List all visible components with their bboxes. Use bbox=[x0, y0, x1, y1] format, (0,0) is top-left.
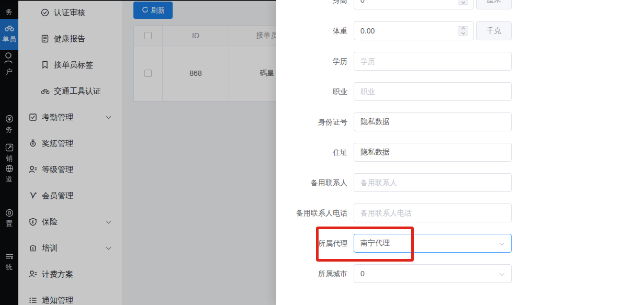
detail-drawer: 身高 厘米 体重 千克 学历 职业 bbox=[276, 0, 644, 305]
number-stepper[interactable] bbox=[458, 0, 468, 5]
chevron-down-icon bbox=[500, 271, 505, 276]
field-label: 所属城市 bbox=[276, 264, 354, 283]
alt-contact-phone-input-field[interactable] bbox=[354, 204, 511, 222]
field-label: 职业 bbox=[276, 82, 354, 101]
step-down-icon[interactable] bbox=[461, 0, 465, 4]
form-row-occupation: 职业 bbox=[276, 82, 527, 101]
weight-input-field[interactable] bbox=[354, 22, 473, 40]
top-edge-strip bbox=[0, 0, 276, 1]
app-window: 务 单员 户 务 销 道 置 统 bbox=[0, 0, 644, 305]
city-select[interactable]: 0 bbox=[354, 264, 512, 283]
occupation-input[interactable] bbox=[354, 82, 512, 101]
field-label: 体重 bbox=[276, 21, 354, 40]
address-input[interactable] bbox=[354, 143, 512, 162]
alt-contact-input-field[interactable] bbox=[354, 174, 511, 191]
field-label: 备用联系人 bbox=[276, 173, 354, 192]
city-select-value: 0 bbox=[360, 269, 365, 278]
occupation-input-field[interactable] bbox=[354, 83, 511, 100]
education-input-field[interactable] bbox=[354, 52, 511, 70]
unit-label: 千克 bbox=[476, 21, 512, 40]
step-down-icon[interactable] bbox=[461, 31, 465, 35]
height-input[interactable] bbox=[354, 0, 474, 9]
weight-input[interactable] bbox=[354, 21, 474, 40]
field-label: 身高 bbox=[276, 0, 354, 9]
education-input[interactable] bbox=[354, 52, 512, 71]
form-row-weight: 体重 千克 bbox=[276, 21, 527, 40]
form-row-address: 住址 bbox=[276, 143, 527, 162]
agent-select-value: 南宁代理 bbox=[360, 239, 390, 248]
form-row-city: 所属城市 0 bbox=[276, 264, 527, 283]
drawer-mask[interactable] bbox=[0, 0, 276, 305]
form-row-alt-contact-phone: 备用联系人电话 bbox=[276, 204, 527, 222]
field-label: 所属代理 bbox=[276, 234, 354, 253]
field-label: 身份证号 bbox=[276, 112, 354, 131]
agent-select[interactable]: 南宁代理 bbox=[354, 234, 512, 253]
alt-contact-input[interactable] bbox=[354, 173, 512, 192]
chevron-down-icon bbox=[500, 241, 505, 246]
form-row-height: 身高 厘米 bbox=[276, 0, 527, 9]
form-row-agent: 所属代理 南宁代理 bbox=[276, 234, 527, 253]
id-number-input-field[interactable] bbox=[354, 113, 511, 131]
height-input-field[interactable] bbox=[354, 0, 473, 9]
field-label: 学历 bbox=[276, 52, 354, 71]
unit-label: 厘米 bbox=[476, 0, 512, 9]
field-label: 住址 bbox=[276, 143, 354, 162]
form-row-education: 学历 bbox=[276, 52, 527, 71]
alt-contact-phone-input[interactable] bbox=[354, 204, 512, 222]
id-number-input[interactable] bbox=[354, 112, 512, 131]
number-stepper[interactable] bbox=[458, 26, 468, 36]
form-row-alt-contact: 备用联系人 bbox=[276, 173, 527, 192]
field-label: 备用联系人电话 bbox=[276, 204, 354, 222]
address-input-field[interactable] bbox=[354, 143, 511, 161]
form-row-id-number: 身份证号 bbox=[276, 112, 527, 131]
